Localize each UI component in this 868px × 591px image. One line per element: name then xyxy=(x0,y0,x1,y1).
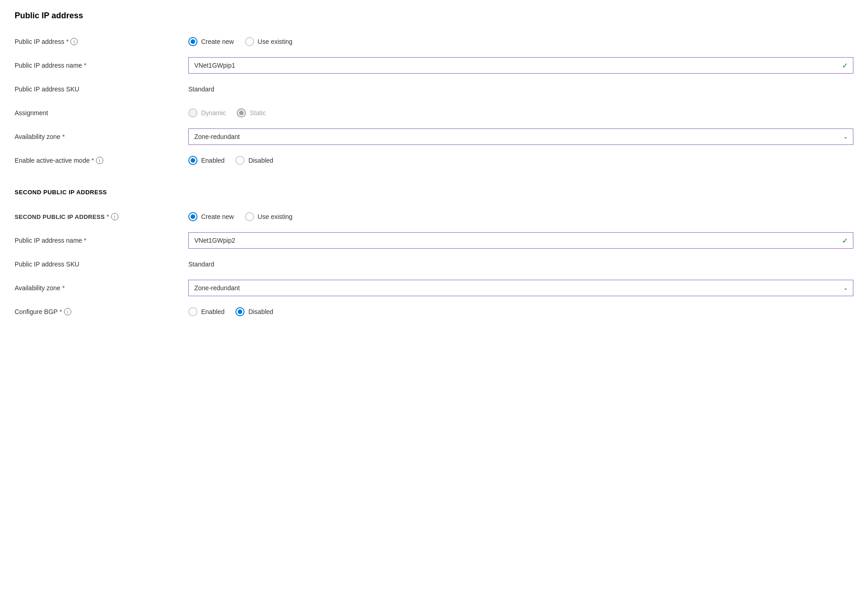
required-star-8: * xyxy=(59,308,62,315)
public-ip-sku-label-text: Public IP address SKU xyxy=(15,85,79,93)
second-public-ip-row: SECOND PUBLIC IP ADDRESS * i Create new … xyxy=(15,205,853,229)
second-availability-zone-row: Availability zone * Zone-redundant 1 2 3… xyxy=(15,276,853,300)
dynamic-option[interactable]: Dynamic xyxy=(188,108,226,117)
create-new-2-option[interactable]: Create new xyxy=(188,212,234,221)
second-public-ip-sku-label-text: Public IP address SKU xyxy=(15,261,79,268)
public-ip-name-row: Public IP address name * ✓ xyxy=(15,53,853,77)
second-public-ip-name-input-wrapper: ✓ xyxy=(188,232,853,249)
section1-title: Public IP address xyxy=(15,11,853,21)
second-availability-zone-dropdown-wrapper: Zone-redundant 1 2 3 No Zone ⌄ xyxy=(188,280,853,296)
second-public-ip-sku-control: Standard xyxy=(188,261,853,268)
second-availability-zone-control: Zone-redundant 1 2 3 No Zone ⌄ xyxy=(188,280,853,296)
availability-zone-label-text: Availability zone xyxy=(15,133,60,140)
assignment-radio-group: Dynamic Static xyxy=(188,108,853,117)
required-star-6: * xyxy=(84,237,86,244)
required-star-7: * xyxy=(62,284,64,292)
second-public-ip-info-icon[interactable]: i xyxy=(111,213,118,220)
assignment-label-text: Assignment xyxy=(15,109,48,117)
active-active-label-text: Enable active-active mode xyxy=(15,157,90,164)
use-existing-1-radio[interactable] xyxy=(245,37,254,46)
assignment-label: Assignment xyxy=(15,109,188,117)
use-existing-2-option[interactable]: Use existing xyxy=(245,212,293,221)
availability-zone-row: Availability zone * Zone-redundant 1 2 3… xyxy=(15,125,853,149)
second-public-ip-radio-group: Create new Use existing xyxy=(188,212,853,221)
public-ip-sku-label: Public IP address SKU xyxy=(15,85,188,93)
configure-bgp-info-icon[interactable]: i xyxy=(64,308,71,315)
use-existing-2-label: Use existing xyxy=(258,213,293,220)
bgp-disabled-option[interactable]: Disabled xyxy=(235,307,273,316)
availability-zone-dropdown[interactable]: Zone-redundant 1 2 3 No Zone xyxy=(188,128,853,145)
required-star: * xyxy=(66,38,69,45)
active-active-radio-group: Enabled Disabled xyxy=(188,156,853,165)
second-public-ip-name-input[interactable] xyxy=(188,232,853,249)
configure-bgp-radio-group: Enabled Disabled xyxy=(188,307,853,316)
second-public-ip-name-label-text: Public IP address name xyxy=(15,237,82,244)
use-existing-2-radio[interactable] xyxy=(245,212,254,221)
availability-zone-dropdown-wrapper: Zone-redundant 1 2 3 No Zone ⌄ xyxy=(188,128,853,145)
second-public-ip-sku-value: Standard xyxy=(188,261,214,268)
active-active-disabled-radio[interactable] xyxy=(235,156,245,165)
use-existing-1-label: Use existing xyxy=(258,38,293,45)
active-active-enabled-radio[interactable] xyxy=(188,156,197,165)
second-public-ip-label-text: SECOND PUBLIC IP ADDRESS xyxy=(15,213,105,220)
bgp-enabled-radio[interactable] xyxy=(188,307,197,316)
static-option[interactable]: Static xyxy=(237,108,266,117)
active-active-row: Enable active-active mode * i Enabled Di… xyxy=(15,149,853,172)
bgp-disabled-label: Disabled xyxy=(248,308,273,315)
configure-bgp-label-text: Configure BGP xyxy=(15,308,58,315)
availability-zone-control: Zone-redundant 1 2 3 No Zone ⌄ xyxy=(188,128,853,145)
create-new-1-label: Create new xyxy=(201,38,234,45)
public-ip-name-label: Public IP address name * xyxy=(15,62,188,69)
active-active-enabled-label: Enabled xyxy=(201,157,224,164)
second-availability-zone-label: Availability zone * xyxy=(15,284,188,292)
bgp-enabled-option[interactable]: Enabled xyxy=(188,307,224,316)
dynamic-label: Dynamic xyxy=(201,109,226,117)
public-ip-address-label-text: Public IP address xyxy=(15,38,64,45)
create-new-1-option[interactable]: Create new xyxy=(188,37,234,46)
create-new-2-radio[interactable] xyxy=(188,212,197,221)
public-ip-name-input[interactable] xyxy=(188,57,853,74)
create-new-1-radio[interactable] xyxy=(188,37,197,46)
public-ip-sku-value: Standard xyxy=(188,85,214,93)
section2-title: SECOND PUBLIC IP ADDRESS xyxy=(15,189,853,196)
configure-bgp-label: Configure BGP * i xyxy=(15,308,188,315)
second-public-ip-sku-row: Public IP address SKU Standard xyxy=(15,252,853,276)
second-availability-zone-label-text: Availability zone xyxy=(15,284,60,292)
configure-bgp-row: Configure BGP * i Enabled Disabled xyxy=(15,300,853,324)
public-ip-name-checkmark: ✓ xyxy=(842,61,848,70)
public-ip-name-label-text: Public IP address name xyxy=(15,62,82,69)
public-ip-name-input-wrapper: ✓ xyxy=(188,57,853,74)
use-existing-1-option[interactable]: Use existing xyxy=(245,37,293,46)
second-public-ip-name-row: Public IP address name * ✓ xyxy=(15,229,853,252)
second-public-ip-sku-label: Public IP address SKU xyxy=(15,261,188,268)
required-star-3: * xyxy=(62,133,64,140)
active-active-info-icon[interactable]: i xyxy=(96,157,103,164)
public-ip-address-row: Public IP address * i Create new Use exi… xyxy=(15,30,853,53)
active-active-disabled-option[interactable]: Disabled xyxy=(235,156,273,165)
second-public-ip-name-checkmark: ✓ xyxy=(842,236,848,245)
dynamic-radio[interactable] xyxy=(188,108,197,117)
second-public-ip-label: SECOND PUBLIC IP ADDRESS * i xyxy=(15,213,188,220)
public-ip-name-control: ✓ xyxy=(188,57,853,74)
static-label: Static xyxy=(250,109,266,117)
second-public-ip-name-label: Public IP address name * xyxy=(15,237,188,244)
second-availability-zone-dropdown[interactable]: Zone-redundant 1 2 3 No Zone xyxy=(188,280,853,296)
public-ip-sku-control: Standard xyxy=(188,85,853,93)
active-active-enabled-option[interactable]: Enabled xyxy=(188,156,224,165)
active-active-disabled-label: Disabled xyxy=(248,157,273,164)
create-new-2-label: Create new xyxy=(201,213,234,220)
required-star-5: * xyxy=(107,213,109,220)
second-public-ip-name-control: ✓ xyxy=(188,232,853,249)
public-ip-address-info-icon[interactable]: i xyxy=(70,38,78,45)
public-ip-sku-row: Public IP address SKU Standard xyxy=(15,77,853,101)
required-star-4: * xyxy=(91,157,94,164)
public-ip-address-label: Public IP address * i xyxy=(15,38,188,45)
required-star-2: * xyxy=(84,62,86,69)
public-ip-address-radio-group: Create new Use existing xyxy=(188,37,853,46)
availability-zone-label: Availability zone * xyxy=(15,133,188,140)
static-radio[interactable] xyxy=(237,108,246,117)
bgp-enabled-label: Enabled xyxy=(201,308,224,315)
assignment-row: Assignment Dynamic Static xyxy=(15,101,853,125)
bgp-disabled-radio[interactable] xyxy=(235,307,245,316)
active-active-label: Enable active-active mode * i xyxy=(15,157,188,164)
